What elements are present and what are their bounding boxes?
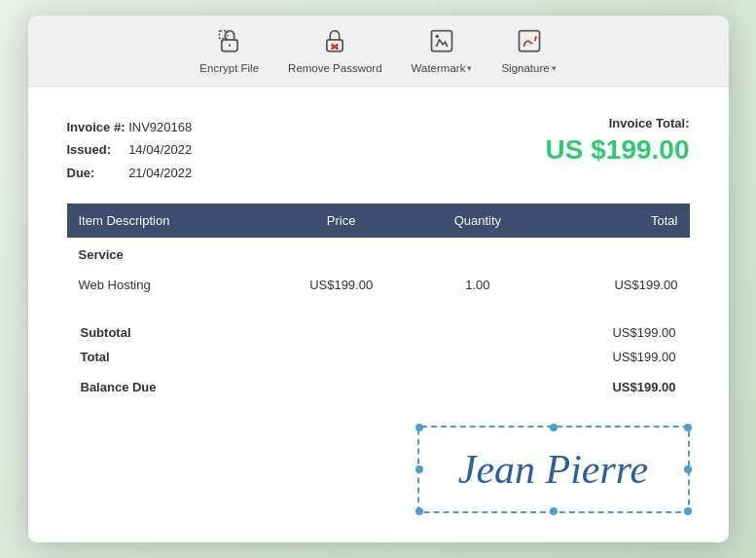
total-row-value: US$199.00	[400, 346, 687, 368]
encrypt-file-label: Encrypt File	[199, 62, 259, 74]
app-window: Encrypt File Remove Password	[28, 16, 729, 542]
toolbar: Encrypt File Remove Password	[28, 16, 729, 87]
invoice-table: Item Description Price Quantity Total Se…	[67, 204, 690, 300]
invoice-total-amount: US $199.00	[546, 134, 690, 166]
invoice-issued-value: 14/04/2022	[128, 142, 192, 157]
table-row: Web Hosting US$199.00 1.00 US$199.00	[67, 270, 690, 300]
svg-rect-6	[432, 30, 452, 51]
resize-handle-ml[interactable]	[415, 465, 423, 473]
signature-chevron: ▾	[552, 63, 557, 73]
total-row-label: Total	[69, 346, 399, 368]
watermark-button[interactable]: Watermark ▾	[412, 25, 473, 74]
resize-handle-tr[interactable]	[684, 424, 692, 431]
invoice-content: Invoice #: INV920168 Issued: 14/04/2022 …	[28, 87, 729, 542]
balance-value: US$199.00	[400, 370, 687, 404]
remove-password-icon	[319, 25, 350, 56]
invoice-due-value: 21/04/2022	[128, 166, 192, 180]
invoice-number-label: Invoice #:	[67, 116, 126, 138]
table-row: Service	[67, 238, 690, 270]
encrypt-file-button[interactable]: Encrypt File	[199, 25, 259, 74]
invoice-number-value: INV920168	[128, 120, 192, 134]
balance-label: Balance Due	[69, 370, 399, 404]
invoice-meta: Invoice #: INV920168 Issued: 14/04/2022 …	[67, 116, 193, 184]
signature-box[interactable]: Jean Pierre	[417, 426, 690, 513]
resize-handle-br[interactable]	[684, 507, 692, 515]
resize-handle-bm[interactable]	[550, 507, 558, 515]
item-description: Web Hosting	[67, 270, 267, 300]
remove-password-button[interactable]: Remove Password	[288, 25, 382, 74]
encrypt-file-icon	[214, 25, 245, 56]
invoice-due-row: Due: 21/04/2022	[67, 162, 193, 184]
resize-handle-tl[interactable]	[415, 424, 423, 431]
col-quantity: Quantity	[416, 204, 539, 238]
subtotal-label: Subtotal	[69, 321, 399, 344]
col-price: Price	[266, 204, 416, 238]
col-total: Total	[539, 204, 690, 238]
item-quantity: 1.00	[416, 270, 539, 300]
balance-row: Balance Due US$199.00	[69, 370, 688, 404]
signature-button[interactable]: Signature ▾	[501, 25, 556, 74]
watermark-icon	[426, 25, 457, 56]
item-total: US$199.00	[539, 270, 690, 300]
resize-handle-mr[interactable]	[684, 465, 692, 473]
watermark-chevron: ▾	[467, 63, 472, 73]
col-description: Item Description	[67, 204, 267, 238]
signature-icon	[514, 25, 545, 56]
svg-point-7	[436, 34, 440, 38]
invoice-total-label: Invoice Total:	[546, 116, 690, 130]
subtotal-row: Subtotal US$199.00	[69, 321, 688, 344]
remove-password-label: Remove Password	[288, 62, 382, 74]
signature-text: Jean Pierre	[458, 446, 649, 493]
resize-handle-tm[interactable]	[550, 424, 558, 431]
invoice-number-row: Invoice #: INV920168	[67, 116, 193, 138]
resize-handle-bl[interactable]	[415, 507, 423, 515]
invoice-total-box: Invoice Total: US $199.00	[546, 116, 690, 166]
signature-label: Signature ▾	[501, 62, 556, 74]
signature-section: Jean Pierre	[67, 426, 690, 513]
invoice-header: Invoice #: INV920168 Issued: 14/04/2022 …	[67, 116, 690, 184]
section-header: Service	[67, 238, 267, 270]
invoice-issued-label: Issued:	[67, 138, 126, 161]
total-row: Total US$199.00	[69, 346, 688, 368]
watermark-label: Watermark ▾	[412, 62, 473, 74]
invoice-due-label: Due:	[67, 162, 126, 184]
subtotal-value: US$199.00	[400, 321, 687, 344]
table-header-row: Item Description Price Quantity Total	[67, 204, 690, 238]
subtotals-table: Subtotal US$199.00 Total US$199.00 Balan…	[67, 319, 690, 406]
invoice-issued-row: Issued: 14/04/2022	[67, 138, 193, 161]
item-price: US$199.00	[266, 270, 416, 300]
